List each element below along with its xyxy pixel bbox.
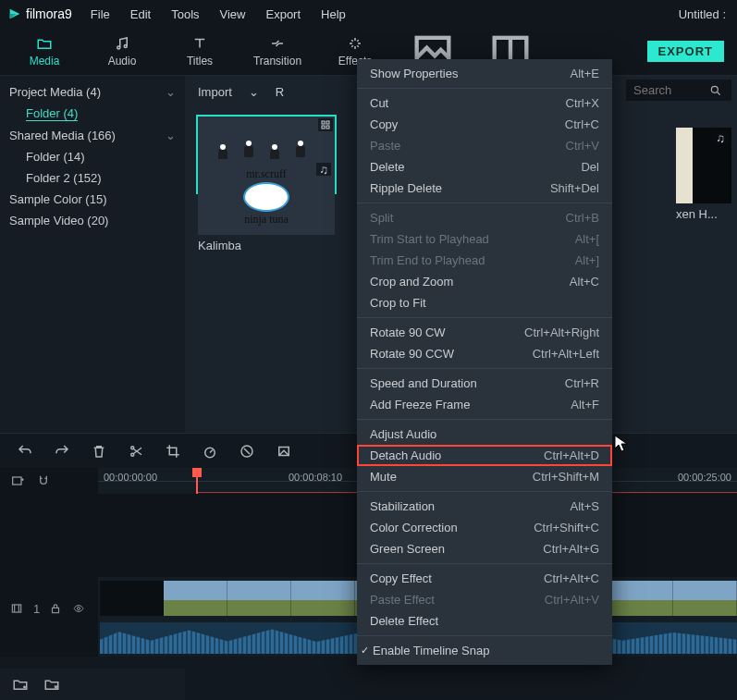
- clip-hexen[interactable]: ♫ xen H...: [676, 128, 731, 221]
- menu-view[interactable]: View: [211, 4, 255, 25]
- menu-help[interactable]: Help: [312, 4, 355, 25]
- svg-rect-5: [322, 121, 325, 124]
- chevron-down-icon: ⌄: [166, 129, 176, 142]
- ctx-delete-effect[interactable]: Delete Effect: [357, 610, 612, 632]
- greenscreen-icon[interactable]: [276, 443, 292, 460]
- sidebar-shared-folder1[interactable]: Folder (14): [0, 146, 185, 167]
- ctx-rotate-ccw[interactable]: Rotate 90 CCWCtrl+Alt+Left: [357, 343, 612, 364]
- ctx-cut[interactable]: CutCtrl+X: [357, 92, 612, 114]
- color-icon[interactable]: [239, 443, 255, 460]
- sidebar-footer: [0, 669, 185, 700]
- menu-export[interactable]: Export: [256, 4, 310, 25]
- svg-point-10: [131, 453, 134, 456]
- sidebar-label: Sample Color (15): [9, 192, 107, 206]
- eye-icon[interactable]: [71, 603, 86, 614]
- track-number: 1: [33, 602, 40, 616]
- ctx-copy-effect[interactable]: Copy EffectCtrl+Alt+C: [357, 568, 612, 589]
- music-icon: ♫: [316, 163, 331, 176]
- lock-icon[interactable]: [49, 602, 62, 615]
- chevron-down-icon: ⌄: [166, 85, 176, 99]
- clip-caption: Kalimba: [198, 239, 335, 252]
- clip-thumbnail: ♫: [676, 128, 731, 203]
- ctx-crop-zoom[interactable]: Crop and ZoomAlt+C: [357, 271, 612, 292]
- ruler-time: 00:00:08:10: [289, 472, 342, 483]
- ctx-crop-fit[interactable]: Crop to Fit: [357, 292, 612, 313]
- ctx-speed[interactable]: Speed and DurationCtrl+R: [357, 373, 612, 394]
- sidebar-label: Folder (4): [26, 106, 78, 121]
- speed-icon[interactable]: [202, 443, 218, 460]
- music-icon: [114, 35, 130, 52]
- app-logo: filmora9: [7, 6, 72, 21]
- ctx-paste: PasteCtrl+V: [357, 135, 612, 156]
- ctx-split: SplitCtrl+B: [357, 207, 612, 228]
- playhead[interactable]: [196, 468, 198, 494]
- ctx-paste-effect: Paste EffectCtrl+Alt+V: [357, 589, 612, 610]
- ctx-rotate-cw[interactable]: Rotate 90 CWCtrl+Alt+Right: [357, 322, 612, 343]
- crop-icon[interactable]: [165, 443, 181, 460]
- search-icon: [709, 84, 722, 97]
- clip-caption: xen H...: [676, 207, 731, 221]
- magnet-icon[interactable]: [35, 473, 52, 488]
- trash-icon[interactable]: [91, 443, 107, 460]
- ctx-enable-snap[interactable]: Enable Timeline Snap: [357, 640, 612, 661]
- ctx-mute[interactable]: MuteCtrl+Shift+M: [357, 466, 612, 487]
- svg-point-17: [78, 608, 80, 610]
- sparkle-icon: [347, 35, 363, 52]
- music-icon: ♫: [713, 131, 728, 144]
- ruler-time: 00:00:25:00: [678, 472, 731, 483]
- undo-icon[interactable]: [17, 443, 33, 460]
- chevron-down-icon: ⌄: [249, 85, 259, 99]
- new-folder-icon[interactable]: [11, 676, 30, 693]
- album-text: mr.scruff: [246, 167, 286, 181]
- ctx-detach-audio[interactable]: Detach AudioCtrl+Alt+D: [357, 445, 612, 466]
- ctx-show-properties[interactable]: Show PropertiesAlt+E: [357, 63, 612, 84]
- ctx-copy[interactable]: CopyCtrl+C: [357, 114, 612, 135]
- text-icon: [191, 35, 208, 52]
- ruler-time: 00:00:00:00: [104, 472, 157, 483]
- svg-rect-16: [53, 608, 59, 612]
- tab-audio[interactable]: Audio: [83, 28, 161, 76]
- tab-media[interactable]: Media: [6, 28, 83, 76]
- sidebar-project-folder[interactable]: Folder (4): [0, 103, 185, 125]
- svg-rect-15: [12, 605, 20, 612]
- menu-tools[interactable]: Tools: [162, 4, 208, 25]
- sidebar-sample-color[interactable]: Sample Color (15): [0, 189, 185, 210]
- tab-transition[interactable]: Transition: [239, 28, 316, 76]
- search-input[interactable]: [633, 83, 702, 97]
- svg-point-1: [124, 45, 127, 48]
- film-icon: [9, 602, 24, 615]
- svg-rect-6: [326, 121, 329, 124]
- sidebar-shared-folder2[interactable]: Folder 2 (152): [0, 167, 185, 189]
- sidebar-sample-video[interactable]: Sample Video (20): [0, 210, 185, 231]
- search-box[interactable]: [626, 80, 731, 101]
- scissors-icon[interactable]: [128, 443, 144, 460]
- export-button[interactable]: EXPORT: [647, 41, 724, 62]
- redo-icon[interactable]: [54, 443, 70, 460]
- sidebar-shared-media[interactable]: Shared Media (166)⌄: [0, 125, 185, 146]
- import-dropdown[interactable]: Import ⌄: [198, 85, 259, 99]
- ctx-stabilization[interactable]: StabilizationAlt+S: [357, 496, 612, 517]
- ctx-ripple-delete[interactable]: Ripple DeleteShift+Del: [357, 178, 612, 199]
- grid-icon: [318, 118, 333, 131]
- delete-folder-icon[interactable]: [43, 676, 61, 693]
- ctx-color-correction[interactable]: Color CorrectionCtrl+Shift+C: [357, 517, 612, 538]
- ctx-delete[interactable]: DeleteDel: [357, 156, 612, 178]
- menu-file[interactable]: File: [81, 4, 119, 25]
- tab-titles[interactable]: Titles: [161, 28, 239, 76]
- ctx-adjust-audio[interactable]: Adjust Audio: [357, 424, 612, 445]
- ctx-freeze[interactable]: Add Freeze FrameAlt+F: [357, 394, 612, 415]
- add-track-icon[interactable]: [9, 473, 26, 488]
- clip-kalimba[interactable]: mr.scruff ninja tuna ♫ Kalimba: [198, 159, 335, 252]
- svg-point-4: [711, 86, 718, 92]
- folder-icon: [36, 35, 53, 52]
- menu-edit[interactable]: Edit: [121, 4, 160, 25]
- menubar: filmora9 File Edit Tools View Export Hel…: [0, 0, 737, 28]
- tab-audio-label: Audio: [108, 55, 137, 68]
- mouse-cursor-icon: [614, 435, 629, 453]
- sidebar-project-media[interactable]: Project Media (4)⌄: [0, 81, 185, 103]
- filmora-icon: [7, 6, 22, 21]
- toolbar-partial-label: R: [276, 85, 284, 99]
- ctx-green-screen[interactable]: Green ScreenCtrl+Alt+G: [357, 538, 612, 559]
- ctx-trim-end: Trim End to PlayheadAlt+]: [357, 250, 612, 271]
- sidebar-label: Project Media (4): [9, 85, 101, 99]
